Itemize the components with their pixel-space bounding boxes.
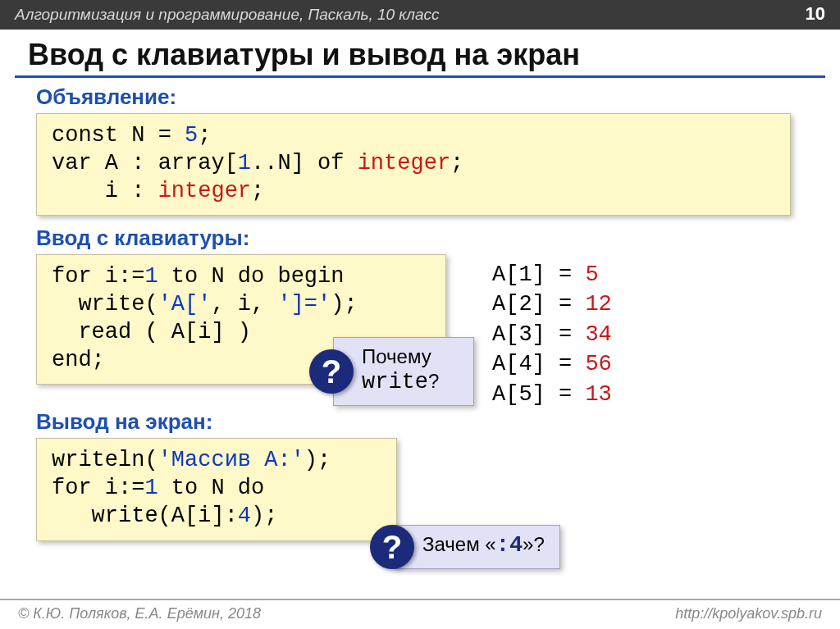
section-output-label: Вывод на экран: — [36, 409, 815, 435]
content: Объявление: const N = 5; var A : array[1… — [0, 84, 840, 551]
section-declaration-label: Объявление: — [36, 84, 815, 110]
code-declaration: const N = 5; var A : array[1..N] of inte… — [36, 113, 791, 216]
callout-why-colon4: ? Зачем «:4»? — [394, 525, 560, 569]
title-rule — [15, 75, 825, 78]
copyright: © К.Ю. Поляков, Е.А. Ерёмин, 2018 — [18, 605, 261, 622]
footer: © К.Ю. Поляков, Е.А. Ерёмин, 2018 http:/… — [0, 599, 840, 629]
callout-why-write: ? Почему write? — [333, 337, 474, 406]
page-title: Ввод с клавиатуры и вывод на экран — [0, 30, 840, 75]
page-number: 10 — [806, 3, 825, 25]
footer-url: http://kpolyakov.spb.ru — [675, 605, 822, 622]
code-output: writeln('Массив A:'); for i:=1 to N do w… — [36, 438, 397, 540]
section-input-label: Ввод с клавиатуры: — [36, 226, 815, 251]
question-mark-icon: ? — [309, 349, 354, 394]
sample-output: A[1] = 5 A[2] = 12 A[3] = 34 A[4] = 56 A… — [492, 260, 612, 409]
breadcrumb: Алгоритмизация и программирование, Паска… — [15, 6, 440, 24]
callout-code: write — [362, 370, 428, 394]
question-mark-icon: ? — [370, 525, 414, 569]
topbar: Алгоритмизация и программирование, Паска… — [0, 0, 840, 30]
callout-line1: Почему — [362, 345, 431, 367]
